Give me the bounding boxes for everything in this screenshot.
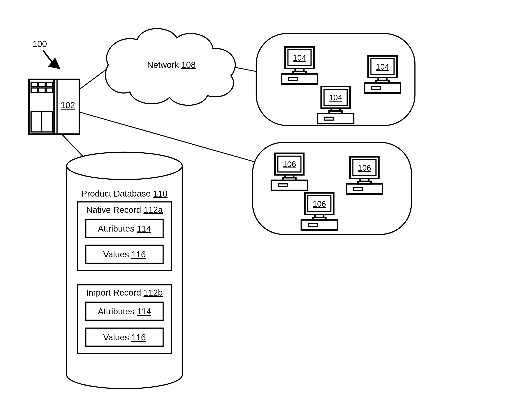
database-cylinder: Product Database 110 Native Record 112a … (67, 152, 182, 389)
svg-text:106: 106 (358, 163, 371, 172)
server-icon: 102 (29, 79, 79, 134)
svg-text:Network
       
      108: Network 108 (147, 60, 196, 70)
svg-text:Attributes
         
        1: Attributes 114 (98, 306, 151, 316)
svg-text:Attributes
         
        1: Attributes 114 (98, 224, 151, 233)
svg-text:Product Database
       
     : Product Database 110 (81, 189, 168, 198)
terminal-106-b: 106 (346, 157, 383, 194)
svg-text:104: 104 (329, 93, 342, 102)
server-ref: 102 (61, 101, 75, 110)
terminal-106-c: 106 (301, 193, 337, 230)
record-native: Native Record 112a Attributes 114 Values… (78, 202, 172, 270)
client-group-bottom: 106 106 106 (253, 142, 411, 234)
terminal-104-a: 104 (281, 47, 317, 84)
svg-text:100: 100 (32, 39, 47, 49)
svg-line-6 (78, 68, 107, 90)
svg-text:106: 106 (313, 199, 326, 208)
svg-point-31 (67, 152, 182, 180)
svg-text:104: 104 (293, 53, 306, 62)
network-label: Network (147, 60, 179, 70)
svg-text:Values
         
        116: Values 116 (103, 250, 146, 259)
db-ref: 110 (153, 189, 168, 198)
terminal-104-b: 104 (364, 56, 400, 93)
figure-ref: 100 (32, 39, 59, 68)
terminal-104-c: 104 (317, 87, 354, 124)
svg-text:Values
         
        116: Values 116 (103, 332, 146, 342)
record-import: Import Record 112b Attributes 114 Values… (78, 285, 172, 353)
svg-text:Native Record
         
      : Native Record 112a (86, 205, 163, 215)
svg-text:106: 106 (283, 160, 296, 169)
network-ref: 108 (181, 60, 196, 70)
network-cloud: Network 108 (106, 29, 235, 105)
client-group-top: 104 104 104 (256, 34, 415, 126)
diagram: 100 102 Network 108 104 (0, 0, 529, 420)
svg-text:Import Record
         
      : Import Record 112b (86, 288, 163, 297)
terminal-106-a: 106 (271, 153, 307, 191)
svg-text:104: 104 (376, 62, 389, 71)
db-title: Product Database (81, 189, 151, 198)
